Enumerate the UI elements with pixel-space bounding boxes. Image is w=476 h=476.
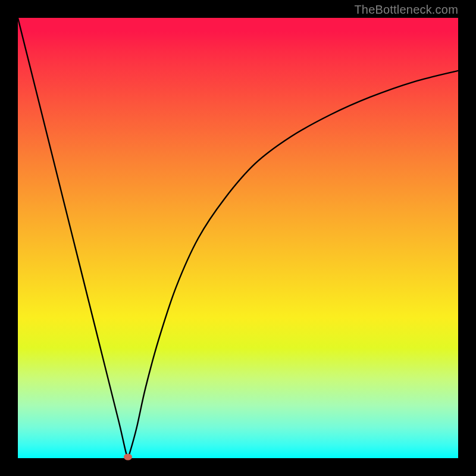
plot-area xyxy=(18,18,458,458)
curve-layer xyxy=(18,18,458,458)
bottleneck-curve xyxy=(18,18,458,457)
attribution-text: TheBottleneck.com xyxy=(354,3,458,17)
chart-frame: TheBottleneck.com xyxy=(0,0,476,476)
minimum-marker xyxy=(124,453,132,460)
